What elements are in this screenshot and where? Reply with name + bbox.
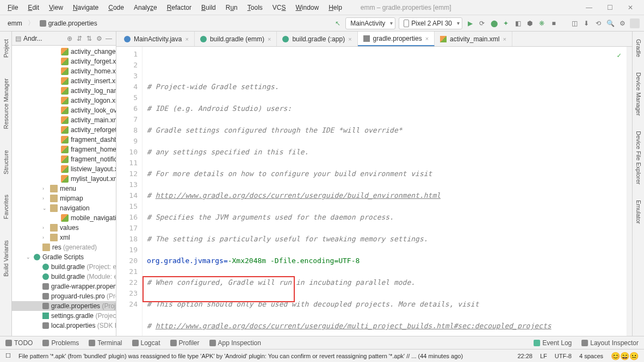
device-manager-tab[interactable]: Device Manager [634,70,643,118]
menu-view[interactable]: View [45,2,67,13]
tree-folder-menu[interactable]: ›menu [12,184,116,194]
menu-refactor[interactable]: Refactor [163,2,196,13]
status-icon[interactable]: ☐ [5,352,11,359]
project-tab[interactable]: Project [2,37,10,60]
profiler-tab[interactable]: Profiler [170,339,200,347]
menu-navigate[interactable]: Navigate [69,2,103,13]
avatar-icon[interactable] [630,18,640,28]
code-link[interactable]: http://www.gradle.org/docs/current/userg… [156,191,441,199]
favorites-tab[interactable]: Favorites [2,192,10,221]
menu-tools[interactable]: Tools [243,2,267,13]
collapse-icon[interactable]: ⇵ [76,35,83,42]
tab-gradle-properties[interactable]: gradle.properties× [358,32,435,46]
maximize-button[interactable]: ☐ [602,2,618,13]
attach-button[interactable]: ⬢ [525,19,534,28]
bug-button[interactable]: ❋ [537,19,546,28]
run-button[interactable]: ▶ [466,19,474,28]
back-arrow-icon[interactable]: ↖ [333,19,342,28]
profile-button[interactable]: ◧ [513,19,522,28]
close-icon[interactable]: × [185,36,188,42]
breadcrumb-root[interactable]: emm [4,18,26,28]
tree-item-nav-file[interactable]: mobile_navigation.xml [12,213,116,223]
terminal-tab[interactable]: Terminal [89,339,122,347]
tree-settings-gradle[interactable]: settings.gradle (Project Set [12,311,116,321]
tree-item-xml-file[interactable]: activity_reforget.xml [12,125,116,135]
tree-item-xml-file[interactable]: activity_log_name.xml [12,86,116,96]
close-icon[interactable]: × [268,36,271,42]
tree-item-xml-file[interactable]: fragment_dashboard.xml [12,135,116,145]
expand-icon[interactable]: ⇅ [85,35,93,42]
tree-wrapper-properties[interactable]: gradle-wrapper.properties [12,282,116,291]
gear-icon[interactable]: ⚙ [618,19,627,28]
sync-button[interactable]: ⟲ [594,19,603,28]
event-log-tab[interactable]: Event Log [534,339,572,347]
build-variants-tab[interactable]: Build Variants [2,238,10,279]
problems-tab[interactable]: Problems [42,339,79,347]
menu-run[interactable]: Run [221,2,242,13]
app-inspection-tab[interactable]: App Inspection [209,339,261,347]
editor-body[interactable]: 123456789101112131415161718192021222324 … [116,47,632,336]
tree-folder-xml[interactable]: ›xml [12,233,116,242]
tree-item-xml-file[interactable]: activity_change.xml [12,47,116,57]
vertical-scrollbar[interactable] [627,47,632,336]
gradle-tab[interactable]: Gradle [634,37,643,59]
encoding[interactable]: UTF-8 [555,353,572,359]
line-ending[interactable]: LF [540,353,547,359]
tree-build-gradle-module[interactable]: build.gradle (Module: emm) [12,272,116,282]
debug-button[interactable]: ⬤ [490,19,498,28]
tree-folder-res-gen[interactable]: res (generated) [12,242,116,252]
emulator-tab[interactable]: Emulator [634,198,643,226]
memory-indicator-icon[interactable]: 😊😄😐 [611,352,639,360]
menu-file[interactable]: File [3,2,22,13]
close-button[interactable]: ✕ [622,2,639,13]
rerun-button[interactable]: ⟳ [478,19,486,28]
tree-folder-mipmap[interactable]: ›mipmap [12,194,116,203]
project-view-dropdown[interactable]: Andr... [23,35,64,42]
stop-button[interactable]: ■ [549,19,558,28]
tree-item-xml-file[interactable]: activity_forget.xml [12,57,116,66]
tree-item-xml-file[interactable]: activity_insert.xml [12,76,116,86]
tab-activity-main-xml[interactable]: activity_main.xml× [435,32,512,46]
project-tree[interactable]: activity_change.xmlactivity_forget.xmlac… [12,46,116,336]
device-dropdown[interactable]: Pixel 2 API 30 [399,17,462,29]
tree-item-xml-file[interactable]: activity_look_over.xml [12,105,116,115]
breadcrumb-file[interactable]: gradle.properties [36,18,101,28]
tree-gradle-scripts[interactable]: ⌄Gradle Scripts [12,252,116,262]
structure-tab[interactable]: Structure [2,148,10,177]
close-icon[interactable]: × [348,36,351,42]
tree-gradle-properties[interactable]: gradle.properties (Project Set [12,301,116,311]
coverage-button[interactable]: ✦ [501,19,510,28]
close-icon[interactable]: × [425,35,429,42]
layout-inspector-tab[interactable]: Layout Inspector [581,339,639,347]
tab-build-gradle-app[interactable]: build.gradle (:app)× [277,32,357,46]
menu-code[interactable]: Code [104,2,128,13]
avd-button[interactable]: ◫ [570,19,579,28]
run-config-dropdown[interactable]: MainActivity [345,17,395,29]
inspection-ok-icon[interactable]: ✓ [617,50,621,61]
minimize-button[interactable]: — [581,2,597,13]
gear-icon[interactable]: ⚙ [95,35,103,42]
tab-build-gradle-emm[interactable]: build.gradle (emm)× [195,32,277,46]
search-icon[interactable]: 🔍 [606,19,615,28]
menu-window[interactable]: Window [291,2,323,13]
menu-vcs[interactable]: VCS [268,2,290,13]
tree-folder-navigation[interactable]: ⌄navigation [12,203,116,213]
tree-item-xml-file[interactable]: activity_main.xml [12,115,116,125]
tree-item-xml-file[interactable]: activity_home.xml [12,66,116,76]
indent-setting[interactable]: 4 spaces [579,353,603,359]
tree-item-xml-file[interactable]: fragment_home.xml [12,145,116,154]
hide-panel-icon[interactable]: — [105,35,113,42]
menu-build[interactable]: Build [197,2,220,13]
tree-item-xml-file[interactable]: activity_logon.xml [12,96,116,105]
tree-item-xml-file[interactable]: fragment_notification [12,154,116,164]
tree-item-xml-file[interactable]: mylist_layout.xml [12,174,116,184]
tree-proguard-rules[interactable]: proguard-rules.pro (ProGu [12,291,116,301]
menu-analyze[interactable]: Analyze [129,2,162,13]
menu-help[interactable]: Help [324,2,346,13]
scroll-from-source-icon[interactable]: ⊕ [66,35,73,42]
close-icon[interactable]: × [503,36,506,42]
todo-tab[interactable]: TODO [5,339,33,347]
tab-main-activity[interactable]: MainActivity.java× [119,32,195,46]
tree-local-properties[interactable]: local.properties (SDK Locat [12,321,116,330]
resource-manager-tab[interactable]: Resource Manager [2,76,10,132]
